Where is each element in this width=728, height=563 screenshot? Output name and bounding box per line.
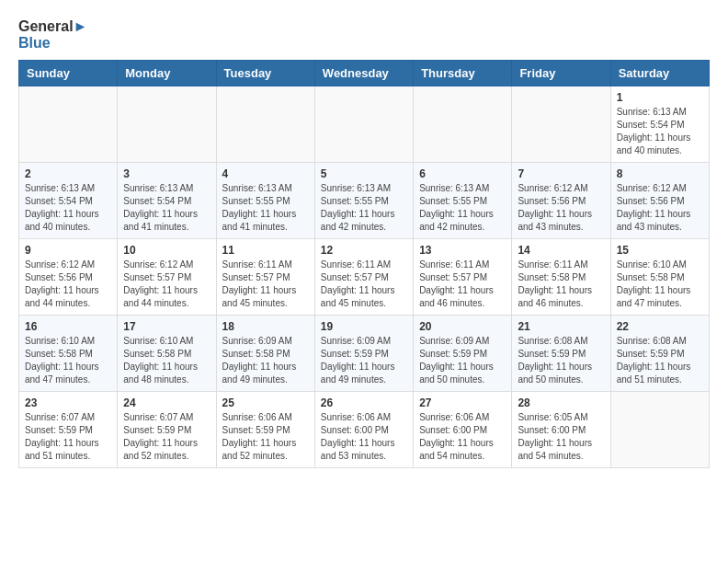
day-number: 27 — [419, 396, 506, 409]
day-info: Sunrise: 6:07 AM Sunset: 5:59 PM Dayligh… — [123, 411, 210, 463]
logo-blue-text: Blue — [18, 35, 87, 52]
calendar-week-row: 9Sunrise: 6:12 AM Sunset: 5:56 PM Daylig… — [19, 239, 710, 316]
day-number: 16 — [25, 320, 111, 333]
day-number: 24 — [123, 396, 210, 409]
day-info: Sunrise: 6:13 AM Sunset: 5:54 PM Dayligh… — [617, 106, 703, 157]
calendar-cell: 22Sunrise: 6:08 AM Sunset: 5:59 PM Dayli… — [610, 316, 709, 392]
day-info: Sunrise: 6:12 AM Sunset: 5:56 PM Dayligh… — [617, 182, 703, 234]
calendar-cell: 25Sunrise: 6:06 AM Sunset: 5:59 PM Dayli… — [216, 392, 314, 468]
day-number: 25 — [222, 396, 309, 409]
day-info: Sunrise: 6:06 AM Sunset: 6:00 PM Dayligh… — [419, 411, 506, 463]
day-info: Sunrise: 6:13 AM Sunset: 5:55 PM Dayligh… — [222, 182, 309, 234]
calendar-week-row: 23Sunrise: 6:07 AM Sunset: 5:59 PM Dayli… — [19, 392, 710, 468]
day-number: 11 — [222, 244, 309, 257]
day-info: Sunrise: 6:11 AM Sunset: 5:58 PM Dayligh… — [518, 259, 604, 310]
calendar-cell: 17Sunrise: 6:10 AM Sunset: 5:58 PM Dayli… — [118, 316, 216, 392]
calendar-cell — [414, 86, 512, 163]
day-number: 4 — [222, 167, 309, 180]
day-number: 5 — [321, 167, 407, 180]
calendar-cell: 11Sunrise: 6:11 AM Sunset: 5:57 PM Dayli… — [216, 239, 314, 316]
weekday-header-monday: Monday — [118, 61, 216, 86]
calendar-cell: 23Sunrise: 6:07 AM Sunset: 5:59 PM Dayli… — [19, 392, 118, 468]
calendar-cell — [610, 392, 709, 468]
calendar-cell: 19Sunrise: 6:09 AM Sunset: 5:59 PM Dayli… — [314, 316, 413, 392]
day-info: Sunrise: 6:12 AM Sunset: 5:56 PM Dayligh… — [25, 259, 111, 310]
logo: General► Blue — [18, 18, 87, 51]
calendar-cell: 16Sunrise: 6:10 AM Sunset: 5:58 PM Dayli… — [19, 316, 118, 392]
day-number: 2 — [25, 167, 111, 180]
day-number: 23 — [25, 396, 111, 409]
day-number: 10 — [123, 244, 210, 257]
day-info: Sunrise: 6:13 AM Sunset: 5:55 PM Dayligh… — [321, 182, 407, 234]
calendar-cell: 26Sunrise: 6:06 AM Sunset: 6:00 PM Dayli… — [314, 392, 413, 468]
day-info: Sunrise: 6:13 AM Sunset: 5:55 PM Dayligh… — [419, 182, 506, 234]
calendar-cell — [314, 86, 413, 163]
calendar-cell: 1Sunrise: 6:13 AM Sunset: 5:54 PM Daylig… — [610, 86, 709, 163]
weekday-header-row: SundayMondayTuesdayWednesdayThursdayFrid… — [19, 61, 710, 86]
day-info: Sunrise: 6:12 AM Sunset: 5:57 PM Dayligh… — [123, 259, 210, 310]
day-number: 13 — [419, 244, 506, 257]
calendar-cell: 3Sunrise: 6:13 AM Sunset: 5:54 PM Daylig… — [118, 163, 216, 239]
day-number: 6 — [419, 167, 506, 180]
weekday-header-tuesday: Tuesday — [216, 61, 314, 86]
calendar-cell: 10Sunrise: 6:12 AM Sunset: 5:57 PM Dayli… — [118, 239, 216, 316]
day-number: 17 — [123, 320, 210, 333]
day-number: 18 — [222, 320, 309, 333]
day-info: Sunrise: 6:06 AM Sunset: 5:59 PM Dayligh… — [222, 411, 309, 463]
calendar-cell: 14Sunrise: 6:11 AM Sunset: 5:58 PM Dayli… — [512, 239, 610, 316]
day-info: Sunrise: 6:05 AM Sunset: 6:00 PM Dayligh… — [518, 411, 604, 463]
day-number: 14 — [518, 244, 604, 257]
day-number: 12 — [321, 244, 407, 257]
weekday-header-sunday: Sunday — [19, 61, 118, 86]
day-number: 15 — [617, 244, 703, 257]
calendar-cell: 24Sunrise: 6:07 AM Sunset: 5:59 PM Dayli… — [118, 392, 216, 468]
calendar-cell: 28Sunrise: 6:05 AM Sunset: 6:00 PM Dayli… — [512, 392, 610, 468]
calendar-cell: 12Sunrise: 6:11 AM Sunset: 5:57 PM Dayli… — [314, 239, 413, 316]
day-info: Sunrise: 6:09 AM Sunset: 5:59 PM Dayligh… — [321, 335, 407, 386]
calendar-cell: 18Sunrise: 6:09 AM Sunset: 5:58 PM Dayli… — [216, 316, 314, 392]
day-info: Sunrise: 6:08 AM Sunset: 5:59 PM Dayligh… — [617, 335, 703, 386]
weekday-header-friday: Friday — [512, 61, 610, 86]
day-number: 8 — [617, 167, 703, 180]
calendar-cell: 21Sunrise: 6:08 AM Sunset: 5:59 PM Dayli… — [512, 316, 610, 392]
day-number: 19 — [321, 320, 407, 333]
day-info: Sunrise: 6:11 AM Sunset: 5:57 PM Dayligh… — [419, 259, 506, 310]
calendar-cell: 20Sunrise: 6:09 AM Sunset: 5:59 PM Dayli… — [414, 316, 512, 392]
day-info: Sunrise: 6:10 AM Sunset: 5:58 PM Dayligh… — [25, 335, 111, 386]
calendar-cell — [512, 86, 610, 163]
day-info: Sunrise: 6:10 AM Sunset: 5:58 PM Dayligh… — [123, 335, 210, 386]
day-number: 21 — [518, 320, 604, 333]
calendar-cell: 15Sunrise: 6:10 AM Sunset: 5:58 PM Dayli… — [610, 239, 709, 316]
calendar-cell — [118, 86, 216, 163]
day-info: Sunrise: 6:07 AM Sunset: 5:59 PM Dayligh… — [25, 411, 111, 463]
calendar-cell: 5Sunrise: 6:13 AM Sunset: 5:55 PM Daylig… — [314, 163, 413, 239]
day-info: Sunrise: 6:13 AM Sunset: 5:54 PM Dayligh… — [123, 182, 210, 234]
calendar-week-row: 2Sunrise: 6:13 AM Sunset: 5:54 PM Daylig… — [19, 163, 710, 239]
calendar-cell: 6Sunrise: 6:13 AM Sunset: 5:55 PM Daylig… — [414, 163, 512, 239]
day-info: Sunrise: 6:12 AM Sunset: 5:56 PM Dayligh… — [518, 182, 604, 234]
day-info: Sunrise: 6:09 AM Sunset: 5:59 PM Dayligh… — [419, 335, 506, 386]
day-info: Sunrise: 6:11 AM Sunset: 5:57 PM Dayligh… — [222, 259, 309, 310]
day-info: Sunrise: 6:09 AM Sunset: 5:58 PM Dayligh… — [222, 335, 309, 386]
calendar-cell: 13Sunrise: 6:11 AM Sunset: 5:57 PM Dayli… — [414, 239, 512, 316]
day-number: 9 — [25, 244, 111, 257]
day-info: Sunrise: 6:11 AM Sunset: 5:57 PM Dayligh… — [321, 259, 407, 310]
day-number: 7 — [518, 167, 604, 180]
day-number: 26 — [321, 396, 407, 409]
calendar-cell: 8Sunrise: 6:12 AM Sunset: 5:56 PM Daylig… — [610, 163, 709, 239]
calendar-cell: 27Sunrise: 6:06 AM Sunset: 6:00 PM Dayli… — [414, 392, 512, 468]
logo-general-text: General► — [18, 18, 87, 35]
page-header: General► Blue — [18, 18, 710, 51]
day-number: 28 — [518, 396, 604, 409]
day-info: Sunrise: 6:13 AM Sunset: 5:54 PM Dayligh… — [25, 182, 111, 234]
calendar-cell: 2Sunrise: 6:13 AM Sunset: 5:54 PM Daylig… — [19, 163, 118, 239]
calendar-week-row: 1Sunrise: 6:13 AM Sunset: 5:54 PM Daylig… — [19, 86, 710, 163]
calendar-cell: 4Sunrise: 6:13 AM Sunset: 5:55 PM Daylig… — [216, 163, 314, 239]
weekday-header-thursday: Thursday — [414, 61, 512, 86]
weekday-header-saturday: Saturday — [610, 61, 709, 86]
day-number: 3 — [123, 167, 210, 180]
day-number: 20 — [419, 320, 506, 333]
calendar-cell: 9Sunrise: 6:12 AM Sunset: 5:56 PM Daylig… — [19, 239, 118, 316]
calendar-table: SundayMondayTuesdayWednesdayThursdayFrid… — [18, 60, 710, 468]
calendar-cell — [216, 86, 314, 163]
